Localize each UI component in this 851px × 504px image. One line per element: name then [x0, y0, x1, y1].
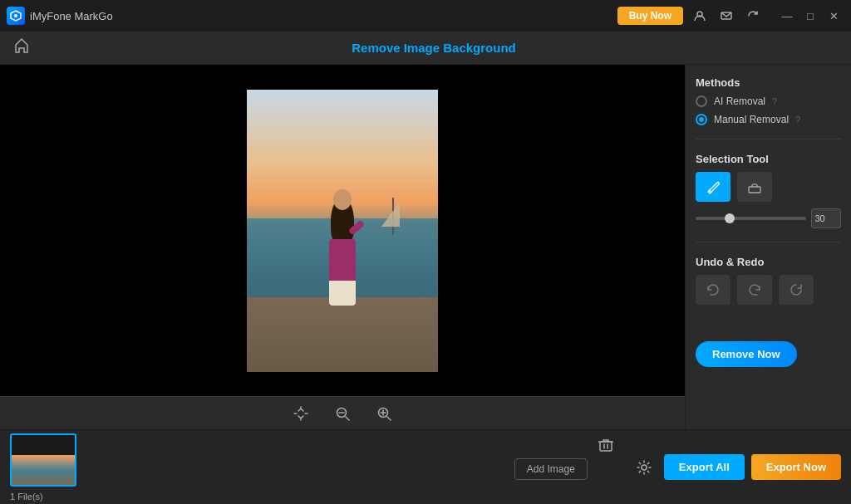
window-controls: — □ ✕ [776, 6, 844, 26]
svg-point-1 [14, 14, 17, 17]
canvas-tools [0, 396, 685, 429]
brush-size-slider[interactable] [696, 217, 806, 220]
ai-removal-radio[interactable] [696, 95, 707, 107]
sailboat [380, 193, 405, 235]
eraser-tool-button[interactable] [737, 172, 772, 202]
app-name: iMyFone MarkGo [30, 10, 113, 22]
canvas-viewport[interactable] [0, 65, 685, 396]
image-preview [247, 90, 438, 372]
buy-now-button[interactable]: Buy Now [617, 7, 683, 25]
ai-removal-option[interactable]: AI Removal ? [696, 95, 841, 107]
canvas-area [0, 65, 685, 429]
thumbnails-area: 1 File(s) [10, 430, 504, 504]
main-content: Methods AI Removal ? Manual Removal ? Se… [0, 65, 851, 429]
methods-section: Methods AI Removal ? Manual Removal ? [696, 76, 841, 125]
selection-tool-title: Selection Tool [696, 153, 841, 165]
figure-legs [329, 281, 356, 306]
zoom-in-button[interactable] [371, 401, 396, 426]
titlebar: iMyFone MarkGo Buy Now — □ ✕ [0, 0, 851, 32]
app-logo-icon [7, 7, 25, 25]
undo-redo-title: Undo & Redo [696, 256, 841, 268]
refresh-icon-button[interactable] [743, 6, 763, 26]
minimize-button[interactable]: — [776, 6, 798, 26]
svg-point-14 [642, 465, 647, 470]
remove-now-button[interactable]: Remove Now [696, 341, 797, 367]
titlebar-actions: Buy Now — □ ✕ [617, 6, 844, 26]
bottom-right-actions: Export All Export Now [631, 454, 841, 481]
thumbnail-item[interactable] [10, 433, 76, 487]
brush-size-input[interactable]: 30 [811, 208, 841, 228]
divider-2 [696, 242, 841, 242]
undo-button[interactable] [696, 275, 730, 305]
methods-radio-group: AI Removal ? Manual Removal ? [696, 95, 841, 125]
manual-removal-label: Manual Removal [714, 114, 789, 125]
mail-icon-button[interactable] [716, 6, 736, 26]
pan-tool-button[interactable] [288, 401, 313, 426]
add-image-button[interactable]: Add Image [514, 458, 588, 480]
figure [317, 189, 367, 306]
undo-redo-section: Undo & Redo [696, 256, 841, 305]
divider-1 [696, 139, 841, 139]
sailboat-sail [381, 202, 400, 227]
delete-button[interactable] [598, 437, 614, 458]
svg-line-6 [346, 417, 349, 420]
home-icon[interactable] [13, 37, 30, 58]
redo-button[interactable] [737, 275, 772, 305]
right-panel: Methods AI Removal ? Manual Removal ? Se… [685, 65, 851, 429]
bottom-bar: 1 File(s) Add Image Export All Export No… [0, 429, 851, 504]
reset-button[interactable] [779, 275, 814, 305]
undo-redo-buttons [696, 275, 841, 305]
brush-tool-button[interactable] [696, 172, 730, 202]
manual-removal-option[interactable]: Manual Removal ? [696, 114, 841, 125]
maximize-button[interactable]: □ [799, 6, 821, 26]
svg-rect-13 [600, 442, 612, 451]
scene [247, 90, 438, 372]
dock-layer [247, 297, 438, 372]
manual-removal-help-icon[interactable]: ? [795, 115, 800, 125]
canvas-background [0, 65, 685, 396]
selection-tool-section: Selection Tool 30 [696, 153, 841, 228]
svg-rect-12 [749, 187, 760, 193]
methods-title: Methods [696, 76, 841, 89]
brush-size-slider-row: 30 [696, 208, 841, 228]
ai-removal-help-icon[interactable]: ? [772, 96, 777, 106]
app-logo: iMyFone MarkGo [7, 7, 113, 25]
ai-removal-label: AI Removal [714, 95, 765, 107]
header-bar: Remove Image Background [0, 32, 851, 65]
manual-removal-radio[interactable] [696, 114, 707, 125]
zoom-out-button[interactable] [330, 401, 355, 426]
export-all-button[interactable]: Export All [664, 454, 745, 480]
page-title: Remove Image Background [30, 41, 838, 55]
svg-line-10 [387, 417, 391, 420]
user-icon-button[interactable] [690, 6, 710, 26]
selection-tool-buttons [696, 172, 841, 202]
svg-point-11 [709, 190, 711, 193]
settings-button[interactable] [631, 454, 657, 481]
close-button[interactable]: ✕ [823, 6, 844, 26]
file-count: 1 File(s) [10, 492, 43, 502]
export-now-button[interactable]: Export Now [751, 454, 841, 480]
figure-head [333, 189, 352, 210]
